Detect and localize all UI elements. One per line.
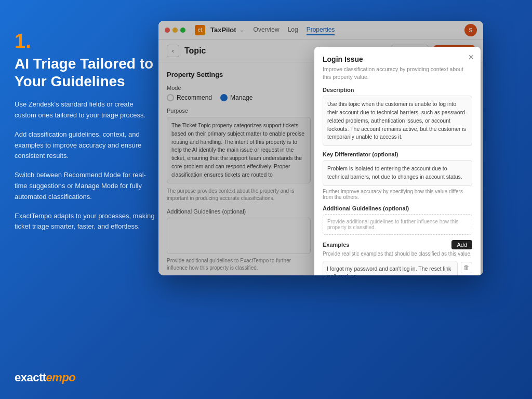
modal-close-button[interactable]: ✕ xyxy=(468,53,474,61)
examples-header: Examples Add xyxy=(323,240,472,249)
body-text-3: Switch between Recommend Mode for real-t… xyxy=(15,170,155,202)
key-diff-box[interactable]: Problem is isolated to entering the acco… xyxy=(323,160,472,186)
body-text-1: Use Zendesk's standard fields or create … xyxy=(15,99,155,121)
example-text-1[interactable]: I forgot my password and can't log in. T… xyxy=(323,261,458,275)
examples-note: Provide realistic examples that should b… xyxy=(323,251,472,257)
modal-additional-label: Additional Guidelines (optional) xyxy=(323,205,472,211)
body-text-4: ExactTempo adapts to your processes, mak… xyxy=(15,211,155,233)
description-box[interactable]: Use this topic when the customer is unab… xyxy=(323,96,472,146)
app-window: et TaxPilot ⌄ Overview Log Properties S … xyxy=(158,21,483,275)
delete-example-1-button[interactable]: 🗑 xyxy=(461,262,472,273)
description-label: Description xyxy=(323,87,472,93)
example-item-1: I forgot my password and can't log in. T… xyxy=(323,261,472,275)
key-diff-label: Key Differentiator (optional) xyxy=(323,151,472,157)
logo-area: exacttempo xyxy=(15,371,75,384)
modal-additional-placeholder: Provide additional guidelines to further… xyxy=(327,219,458,230)
logo: exacttempo xyxy=(15,371,75,384)
left-panel: 1. AI Triage Tailored to Your Guidelines… xyxy=(15,31,155,241)
step-number: 1. xyxy=(15,31,155,51)
examples-label: Examples xyxy=(323,242,349,248)
modal-overlay: ✕ Login Issue Improve classification acc… xyxy=(158,21,483,275)
modal-subtitle: Improve classification accuracy by provi… xyxy=(323,65,472,81)
headline: AI Triage Tailored to Your Guidelines xyxy=(15,55,155,90)
body-text-2: Add classification guidelines, context, … xyxy=(15,129,155,162)
add-example-button[interactable]: Add xyxy=(451,240,472,249)
modal-additional-box[interactable]: Provide additional guidelines to further… xyxy=(323,214,472,235)
modal-title: Login Issue xyxy=(323,55,472,63)
key-diff-note: Further improve accuracy by specifying h… xyxy=(323,189,472,200)
login-issue-modal: ✕ Login Issue Improve classification acc… xyxy=(314,47,481,275)
